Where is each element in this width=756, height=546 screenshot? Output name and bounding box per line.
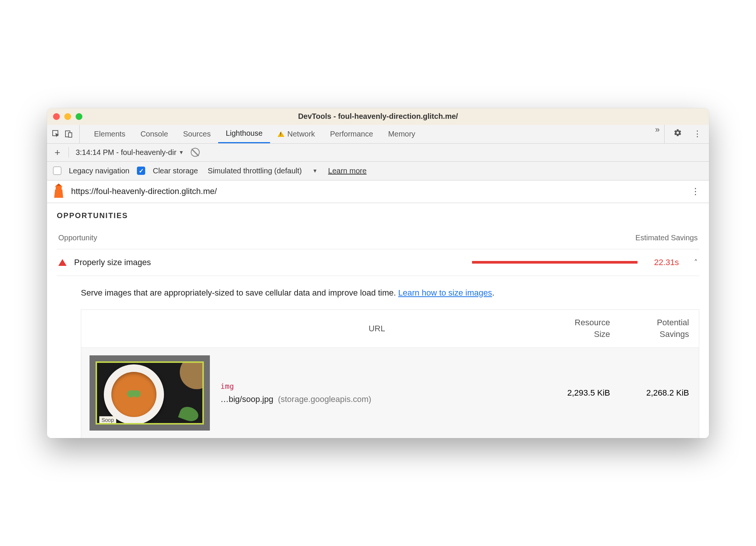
clear-storage-label: Clear storage	[153, 167, 198, 175]
minimize-window-button[interactable]	[64, 113, 71, 120]
report-selector[interactable]: 3:14:14 PM - foul-heavenly-dir ▼	[76, 148, 184, 157]
clear-all-icon[interactable]	[191, 148, 200, 157]
savings-bar	[158, 261, 647, 264]
window-titlebar: DevTools - foul-heavenly-direction.glitc…	[47, 108, 709, 125]
tab-network-label: Network	[287, 130, 315, 138]
table-header-row: URL Resource Size Potential Savings	[81, 310, 699, 347]
tab-console[interactable]: Console	[133, 125, 175, 143]
tab-network[interactable]: Network	[270, 125, 322, 143]
device-toolbar-icon[interactable]	[64, 129, 74, 139]
resource-path: …big/soop.jpg	[220, 394, 273, 404]
opportunities-heading: OPPORTUNITIES	[57, 211, 699, 220]
col-opportunity: Opportunity	[58, 234, 97, 242]
legacy-nav-checkbox[interactable]	[53, 167, 61, 175]
inspect-element-icon[interactable]	[51, 129, 61, 139]
lighthouse-toolbar: + 3:14:14 PM - foul-heavenly-dir ▼	[47, 144, 709, 162]
resource-url-cell: img …big/soop.jpg (storage.googleapis.co…	[220, 382, 533, 404]
th-resource-size: Resource Size	[533, 317, 616, 340]
tab-lighthouse[interactable]: Lighthouse	[218, 125, 270, 143]
resource-host: (storage.googleapis.com)	[278, 394, 371, 404]
report-menu-icon[interactable]: ⋮	[688, 186, 703, 197]
opportunities-column-header: Opportunity Estimated Savings	[57, 231, 699, 249]
tab-elements[interactable]: Elements	[87, 125, 133, 143]
tab-memory[interactable]: Memory	[381, 125, 423, 143]
audited-url: https://foul-heavenly-direction.glitch.m…	[71, 187, 681, 196]
more-tabs-button[interactable]: »	[651, 125, 664, 143]
resource-size: 2,293.5 KiB	[533, 388, 616, 398]
fail-triangle-icon	[58, 259, 67, 266]
devtools-tabbar: Elements Console Sources Lighthouse Netw…	[47, 125, 709, 144]
lighthouse-logo-icon	[53, 185, 64, 198]
audit-desc-period: .	[492, 288, 494, 297]
element-tag: img	[220, 382, 533, 391]
throttling-dropdown-icon[interactable]: ▼	[312, 168, 317, 174]
lighthouse-options: Legacy navigation ✓ Clear storage Simula…	[47, 162, 709, 180]
resource-thumbnail: Soop	[90, 355, 210, 431]
clear-storage-checkbox[interactable]: ✓	[137, 167, 145, 175]
audit-title: Properly size images	[74, 258, 151, 267]
report-selector-label: 3:14:14 PM - foul-heavenly-dir	[76, 148, 176, 157]
window-controls	[53, 113, 82, 120]
new-report-button[interactable]: +	[53, 147, 62, 158]
audit-row[interactable]: Properly size images 22.31s ˄	[57, 249, 699, 276]
opportunity-table: URL Resource Size Potential Savings	[81, 309, 699, 438]
audit-desc-text: Serve images that are appropriately-size…	[81, 288, 398, 297]
potential-savings: 2,268.2 KiB	[616, 388, 699, 398]
th-potential-savings: Potential Savings	[616, 317, 699, 340]
savings-value: 22.31s	[654, 258, 679, 267]
warning-icon	[278, 131, 284, 137]
col-estimated-savings: Estimated Savings	[635, 234, 698, 242]
svg-rect-2	[68, 133, 72, 137]
settings-gear-icon[interactable]	[670, 129, 686, 139]
thumbnail-caption: Soop	[99, 416, 116, 424]
learn-more-link[interactable]: Learn more	[328, 167, 366, 175]
report-content: OPPORTUNITIES Opportunity Estimated Savi…	[47, 203, 709, 438]
learn-size-images-link[interactable]: Learn how to size images	[398, 288, 492, 297]
th-url: URL	[220, 324, 533, 334]
throttling-label: Simulated throttling (default)	[208, 167, 302, 175]
report-url-row: https://foul-heavenly-direction.glitch.m…	[47, 180, 709, 203]
window-title: DevTools - foul-heavenly-direction.glitc…	[47, 112, 709, 121]
tab-performance[interactable]: Performance	[322, 125, 381, 143]
dropdown-icon: ▼	[179, 149, 184, 155]
separator	[68, 147, 69, 158]
maximize-window-button[interactable]	[76, 113, 82, 120]
close-window-button[interactable]	[53, 113, 60, 120]
audit-description: Serve images that are appropriately-size…	[57, 276, 699, 309]
more-options-icon[interactable]: ⋮	[689, 129, 705, 139]
devtools-window: DevTools - foul-heavenly-direction.glitc…	[47, 108, 709, 438]
collapse-chevron-icon[interactable]: ˄	[686, 258, 698, 267]
tab-sources[interactable]: Sources	[176, 125, 218, 143]
table-row[interactable]: Soop img …big/soop.jpg (storage.googleap…	[81, 347, 699, 438]
legacy-nav-label: Legacy navigation	[69, 167, 129, 175]
